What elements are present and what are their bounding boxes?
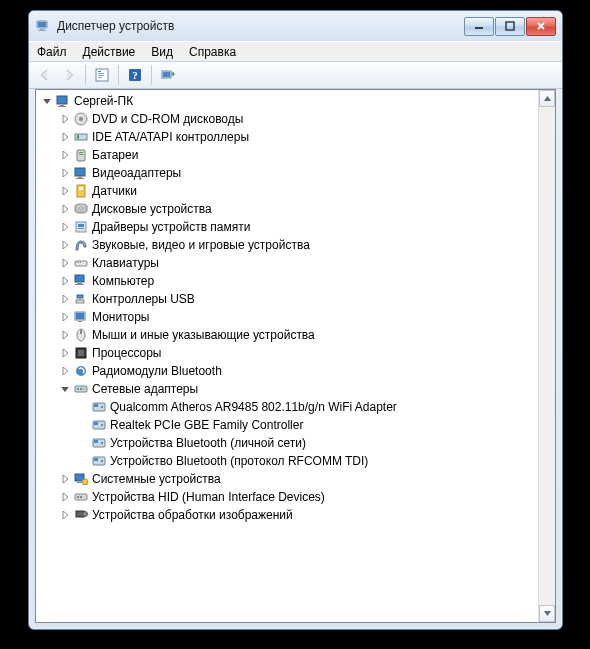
svg-rect-5	[506, 22, 514, 30]
tree-label: Датчики	[92, 184, 137, 198]
svg-rect-35	[76, 262, 77, 263]
device-icon	[72, 111, 90, 127]
category-item[interactable]: Процессоры	[36, 344, 555, 362]
titlebar[interactable]: Диспетчер устройств	[29, 11, 562, 41]
scroll-up-button[interactable]	[539, 90, 555, 107]
device-icon	[90, 435, 108, 451]
expand-icon[interactable]	[58, 220, 72, 234]
expand-icon[interactable]	[58, 238, 72, 252]
maximize-button[interactable]	[495, 17, 525, 36]
svg-rect-40	[75, 284, 84, 285]
menu-view[interactable]: Вид	[143, 42, 181, 61]
category-item[interactable]: Звуковые, видео и игровые устройства	[36, 236, 555, 254]
device-icon	[72, 489, 90, 505]
category-item[interactable]: Клавиатуры	[36, 254, 555, 272]
scroll-down-button[interactable]	[539, 605, 555, 622]
device-icon	[72, 219, 90, 235]
expand-icon[interactable]	[58, 472, 72, 486]
svg-rect-21	[77, 135, 79, 139]
expand-icon[interactable]	[58, 346, 72, 360]
scan-hardware-button[interactable]	[156, 63, 180, 87]
expand-icon[interactable]	[58, 490, 72, 504]
svg-rect-2	[40, 29, 44, 30]
svg-rect-44	[76, 313, 84, 319]
category-item[interactable]: Сетевые адаптеры	[36, 380, 555, 398]
category-item[interactable]: Драйверы устройств памяти	[36, 218, 555, 236]
svg-rect-56	[94, 404, 98, 407]
expand-icon[interactable]	[58, 148, 72, 162]
expand-icon[interactable]	[58, 508, 72, 522]
category-item[interactable]: Системные устройства	[36, 470, 555, 488]
expand-icon[interactable]	[58, 256, 72, 270]
category-item[interactable]: Мыши и иные указывающие устройства	[36, 326, 555, 344]
category-item[interactable]: DVD и CD-ROM дисководы	[36, 110, 555, 128]
collapse-icon[interactable]	[40, 94, 54, 108]
expand-icon[interactable]	[58, 310, 72, 324]
expand-icon[interactable]	[58, 130, 72, 144]
device-item[interactable]: Realtek PCIe GBE Family Controller	[36, 416, 555, 434]
window-title: Диспетчер устройств	[57, 19, 463, 33]
category-item[interactable]: Компьютер	[36, 272, 555, 290]
category-item[interactable]: IDE ATA/ATAPI контроллеры	[36, 128, 555, 146]
category-item[interactable]: Устройства обработки изображений	[36, 506, 555, 524]
expand-icon[interactable]	[58, 364, 72, 378]
tree-label: Устройства Bluetooth (личной сети)	[110, 436, 306, 450]
toolbar: ?	[29, 61, 562, 89]
toggle-none	[76, 418, 90, 432]
help-toolbar-button[interactable]: ?	[123, 63, 147, 87]
expand-icon[interactable]	[58, 166, 72, 180]
device-item[interactable]: Устройства Bluetooth (личной сети)	[36, 434, 555, 452]
forward-button[interactable]	[57, 63, 81, 87]
device-item[interactable]: Устройство Bluetooth (протокол RFCOMM TD…	[36, 452, 555, 470]
expand-icon[interactable]	[58, 292, 72, 306]
category-item[interactable]: Контроллеры USB	[36, 290, 555, 308]
tree-label: Батареи	[92, 148, 138, 162]
category-item[interactable]: Мониторы	[36, 308, 555, 326]
category-item[interactable]: Радиомодули Bluetooth	[36, 362, 555, 380]
scroll-track[interactable]	[539, 107, 555, 605]
device-manager-window: Диспетчер устройств Файл Действие Вид Сп…	[28, 10, 563, 630]
svg-point-52	[77, 388, 79, 390]
category-item[interactable]: Видеоадаптеры	[36, 164, 555, 182]
device-icon	[72, 363, 90, 379]
svg-rect-49	[78, 350, 84, 356]
minimize-button[interactable]	[464, 17, 494, 36]
vertical-scrollbar[interactable]	[538, 90, 555, 622]
svg-rect-68	[77, 482, 82, 483]
device-icon	[72, 255, 90, 271]
svg-point-66	[101, 460, 103, 462]
collapse-icon[interactable]	[58, 382, 72, 396]
svg-rect-32	[78, 224, 84, 227]
back-button[interactable]	[33, 63, 57, 87]
svg-rect-45	[78, 321, 82, 322]
properties-button[interactable]	[90, 63, 114, 87]
svg-point-69	[82, 479, 88, 485]
category-item[interactable]: Дисковые устройства	[36, 200, 555, 218]
device-item[interactable]: Qualcomm Atheros AR9485 802.11b/g/n WiFi…	[36, 398, 555, 416]
menu-help[interactable]: Справка	[181, 42, 244, 61]
expand-icon[interactable]	[58, 328, 72, 342]
app-icon	[35, 18, 51, 34]
svg-rect-15	[57, 96, 67, 104]
device-tree[interactable]: Сергей-ПКDVD и CD-ROM дисководыIDE ATA/A…	[36, 90, 555, 526]
category-item[interactable]: Устройства HID (Human Interface Devices)	[36, 488, 555, 506]
tree-label: Системные устройства	[92, 472, 221, 486]
expand-icon[interactable]	[58, 274, 72, 288]
tree-label: Realtek PCIe GBE Family Controller	[110, 418, 303, 432]
menu-action[interactable]: Действие	[75, 42, 144, 61]
expand-icon[interactable]	[58, 112, 72, 126]
tree-root[interactable]: Сергей-ПК	[36, 92, 555, 110]
category-item[interactable]: Датчики	[36, 182, 555, 200]
expand-icon[interactable]	[58, 202, 72, 216]
svg-point-72	[80, 496, 82, 498]
svg-rect-62	[94, 440, 98, 443]
tree-label: Устройства обработки изображений	[92, 508, 293, 522]
menu-file[interactable]: Файл	[29, 42, 75, 61]
category-item[interactable]: Батареи	[36, 146, 555, 164]
close-button[interactable]	[526, 17, 556, 36]
expand-icon[interactable]	[58, 184, 72, 198]
svg-rect-27	[76, 178, 84, 179]
device-icon	[90, 399, 108, 415]
svg-rect-36	[78, 262, 79, 263]
svg-rect-39	[77, 283, 82, 284]
